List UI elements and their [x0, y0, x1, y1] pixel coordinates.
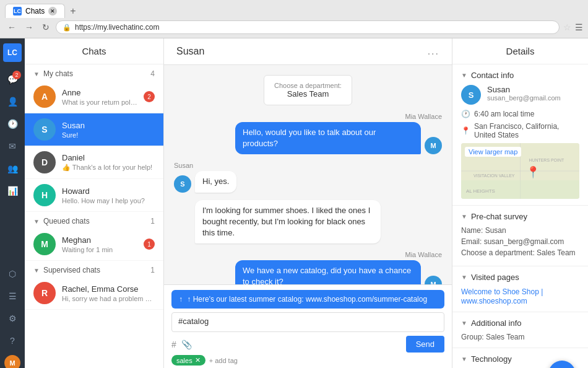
tag-close-button[interactable]: ✕	[195, 356, 201, 364]
map-placeholder: View larger map 📍 AL HEIGHTS HUNTERS POI…	[461, 143, 579, 199]
chat-item-susan[interactable]: S Susan Sure!	[25, 113, 163, 146]
my-chats-count: 4	[150, 69, 155, 78]
sidebar-icon-settings[interactable]: ⚙	[2, 309, 22, 328]
msg-sender-2: Susan	[174, 162, 193, 169]
msg-bubble-3: I'm looking for summer shoes. I liked th…	[195, 200, 381, 244]
url-bar[interactable]: 🔒 https://my.livechatinc.com	[56, 20, 560, 34]
queued-chats-section-header[interactable]: ▼ Queued chats 1	[25, 212, 163, 228]
avatar-anne: A	[33, 85, 56, 108]
presurvey-name-row: Name: Susan	[461, 226, 579, 235]
additional-info-header[interactable]: ▼ Additional info	[452, 312, 588, 333]
chat-item-anne[interactable]: A Anne What is your return policy? 2	[25, 81, 163, 113]
visited-pages-content: Welcome to Shoe Shop | www.shoeshop.com	[452, 287, 588, 312]
avatar-susan: S	[33, 118, 56, 141]
add-tag-button[interactable]: + add tag	[209, 357, 238, 364]
chat-info-susan: Susan Sure!	[62, 121, 155, 139]
additional-info-chevron: ▼	[461, 320, 467, 326]
chat-name-howard: Howard	[62, 186, 155, 196]
pre-chat-survey-header[interactable]: ▼ Pre-chat survey	[452, 206, 588, 226]
avatar-howard: H	[33, 184, 56, 206]
message-4: Mia Wallace We have a new catalog, did y…	[174, 251, 442, 284]
msg-bubble-1: Hello, would you like to talk about our …	[235, 122, 421, 154]
chat-header-more-button[interactable]: ...	[428, 46, 439, 57]
forward-button[interactable]: →	[22, 21, 36, 33]
chat-item-daniel[interactable]: D Daniel 👍 Thank's a lot for your help!	[25, 146, 163, 179]
visited-pages-header[interactable]: ▼ Visited pages	[452, 266, 588, 287]
suggestion-text: ↑ Here's our latest summer catalog: www.…	[187, 295, 427, 304]
hash-icon[interactable]: #	[171, 340, 176, 349]
msg-sender-4: Mia Wallace	[405, 251, 443, 258]
browser-menu-button[interactable]: ☰	[575, 22, 583, 32]
chat-list-header: Chats	[25, 38, 163, 64]
chat-main-area: Susan ... Choose a department: Sales Tea…	[164, 38, 452, 368]
chat-info-daniel: Daniel 👍 Thank's a lot for your help!	[62, 153, 155, 172]
tab-close-button[interactable]: ✕	[48, 7, 57, 15]
contact-info-chevron: ▼	[461, 72, 467, 79]
chat-preview-daniel: 👍 Thank's a lot for your help!	[62, 164, 155, 172]
chat-item-meghan[interactable]: M Meghan Waiting for 1 min 1	[25, 228, 163, 261]
msg-avatar-1: M	[425, 137, 442, 154]
visited-pages-title: Visited pages	[471, 273, 519, 282]
additional-info-section: ▼ Additional info Group: Sales Team	[452, 312, 588, 348]
presurvey-name-label: Name:	[461, 226, 483, 235]
msg-bubble-wrap-4: We have a new catalog, did you have a ch…	[235, 260, 442, 284]
additional-group-label: Group:	[461, 333, 484, 341]
chat-name-rachel: Rachel, Emma Corse	[62, 284, 155, 294]
supervised-chats-count: 1	[150, 266, 155, 274]
send-button[interactable]: Send	[406, 336, 444, 353]
sidebar-icon-history[interactable]: 🕐	[2, 114, 22, 134]
refresh-button[interactable]: ↻	[40, 21, 52, 33]
presurvey-dept-row: Choose a department: Sales Team	[461, 248, 579, 257]
location-icon: 📍	[461, 126, 470, 135]
new-tab-button[interactable]: +	[67, 6, 78, 17]
chat-input-field[interactable]: #catalog	[171, 312, 444, 332]
contact-info-section: ▼ Contact info S Susan susan_berg@gmail.…	[452, 64, 588, 206]
contact-info-content: S Susan susan_berg@gmail.com 🕐 6:40 am l…	[452, 85, 588, 205]
msg-avatar-4: M	[425, 276, 442, 285]
contact-info-header[interactable]: ▼ Contact info	[452, 64, 588, 85]
attachment-icon[interactable]: 📎	[181, 340, 192, 349]
bookmark-button[interactable]: ☆	[563, 22, 571, 32]
contact-time-row: 🕐 6:40 am local time	[461, 110, 579, 118]
browser-tab[interactable]: LC Chats ✕	[5, 4, 65, 18]
map-link[interactable]: View larger map	[465, 147, 521, 157]
chat-name-daniel: Daniel	[62, 153, 155, 162]
queued-chats-label: Queued chats	[43, 217, 90, 226]
contact-name-email: Susan susan_berg@gmail.com	[487, 85, 561, 102]
contact-info-title: Contact info	[471, 71, 514, 80]
visited-page-link[interactable]: Welcome to Shoe Shop | www.shoeshop.com	[461, 287, 543, 305]
message-2: Susan S Hi, yes.	[174, 162, 442, 192]
tab-favicon: LC	[13, 7, 22, 15]
sidebar-icon-visitors[interactable]: 👥	[2, 159, 22, 178]
chat-item-howard[interactable]: H Howard Hello. How may I help you?	[25, 179, 163, 212]
sidebar-icon-apps[interactable]: ⬡	[2, 264, 22, 284]
queued-chats-label-row: ▼ Queued chats	[33, 217, 90, 226]
sidebar-icon-avatar[interactable]: M	[2, 353, 22, 368]
chat-info-rachel: Rachel, Emma Corse Hi, sorry we had a pr…	[62, 284, 155, 302]
chat-name-anne: Anne	[62, 88, 137, 97]
sidebar-icon-reports[interactable]: 📊	[2, 181, 22, 201]
sidebar-icon-menu[interactable]: ☰	[2, 286, 22, 306]
dept-name: Sales Team	[274, 89, 342, 99]
chat-badge: 2	[12, 71, 21, 79]
sidebar-icon-chats[interactable]: 💬 2	[2, 69, 22, 89]
msg-bubble-2: Hi, yes.	[195, 171, 236, 192]
additional-info-title: Additional info	[471, 318, 522, 328]
supervised-chats-label: Supervised chats	[43, 266, 100, 274]
technology-title: Technology	[471, 354, 512, 364]
sidebar-icon-help[interactable]: ?	[2, 331, 22, 351]
sidebar-icon-contacts[interactable]: 👤	[2, 92, 22, 112]
msg-bubble-wrap-1: Hello, would you like to talk about our …	[235, 122, 442, 154]
supervised-chats-section-header[interactable]: ▼ Supervised chats 1	[25, 261, 163, 277]
visited-pages-chevron: ▼	[461, 274, 467, 281]
presurvey-dept-label: Choose a department:	[461, 248, 535, 257]
chat-item-rachel[interactable]: R Rachel, Emma Corse Hi, sorry we had a …	[25, 277, 163, 310]
contact-location-row: 📍 San Francisco, California, United Stat…	[461, 122, 579, 139]
dept-label: Choose a department:	[274, 82, 342, 89]
back-button[interactable]: ←	[5, 21, 19, 33]
my-chats-chevron: ▼	[33, 71, 40, 77]
map-pin-icon: 📍	[526, 165, 540, 179]
sidebar-icon-messages[interactable]: ✉	[2, 136, 22, 156]
tag-sales[interactable]: sales ✕	[171, 355, 205, 366]
my-chats-section-header[interactable]: ▼ My chats 4	[25, 64, 163, 81]
